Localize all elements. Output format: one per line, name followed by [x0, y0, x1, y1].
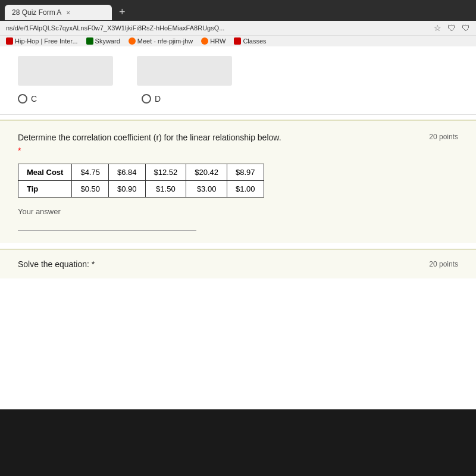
- option-c-image: [18, 56, 113, 86]
- table-cell-tip-100: $1.00: [227, 181, 264, 198]
- table-cell-meal-1252: $12.52: [145, 164, 186, 181]
- next-question-text: Solve the equation: *: [18, 259, 95, 269]
- table-row-meal-cost: Meal Cost $4.75 $6.84 $12.52 $20.42 $8.9…: [18, 164, 264, 181]
- tab-label: 28 Quiz Form A: [12, 8, 61, 17]
- meet-icon: [129, 37, 136, 45]
- table-cell-tip-label: Tip: [18, 181, 72, 198]
- bookmarks-bar: Hip-Hop | Free Inter... Skyward Meet - n…: [0, 35, 476, 46]
- table-cell-tip-050: $0.50: [72, 181, 109, 198]
- url-text[interactable]: ns/d/e/1FAlpQLSc7qyxALnsF0w7_X3W1ljkiFi8…: [6, 24, 429, 32]
- bookmark-skyward[interactable]: Skyward: [86, 37, 120, 45]
- star-icon[interactable]: ☆: [434, 23, 441, 33]
- address-bar: ns/d/e/1FAlpQLSc7qyxALnsF0w7_X3W1ljkiFi8…: [0, 21, 476, 35]
- next-points-label: 20 points: [429, 260, 458, 268]
- tab-bar: 28 Quiz Form A × +: [0, 0, 476, 21]
- option-d-label-row[interactable]: D: [142, 94, 161, 104]
- points-label: 20 points: [429, 133, 458, 141]
- hrw-icon: [201, 37, 208, 45]
- option-d-radio[interactable]: [142, 94, 151, 104]
- required-star: *: [18, 146, 458, 155]
- active-tab[interactable]: 28 Quiz Form A ×: [5, 5, 112, 20]
- option-d-label: D: [155, 94, 161, 104]
- option-c-box[interactable]: [18, 56, 113, 86]
- option-d-image: [137, 56, 232, 86]
- table-cell-meal-cost-label: Meal Cost: [18, 164, 72, 181]
- table-cell-meal-684: $6.84: [108, 164, 145, 181]
- bookmark-hiphop[interactable]: Hip-Hop | Free Inter...: [6, 37, 78, 45]
- table-cell-meal-475: $4.75: [72, 164, 109, 181]
- bookmark-classes[interactable]: Classes: [234, 37, 266, 45]
- browser-chrome: 28 Quiz Form A × + ns/d/e/1FAlpQLSc7qyxA…: [0, 0, 476, 46]
- table-cell-meal-897: $8.97: [227, 164, 264, 181]
- shield2-icon: 🛡: [462, 23, 470, 33]
- option-c-label-row[interactable]: C: [18, 94, 118, 104]
- table-row-tip: Tip $0.50 $0.90 $1.50 $3.00 $1.00: [18, 181, 264, 198]
- option-d-box[interactable]: [137, 56, 232, 86]
- table-cell-tip-090: $0.90: [108, 181, 145, 198]
- option-c-radio[interactable]: [18, 94, 27, 104]
- classes-icon: [234, 37, 241, 45]
- table-cell-tip-300: $3.00: [186, 181, 227, 198]
- address-icons: ☆ 🛡 🛡: [434, 23, 470, 33]
- tab-close-button[interactable]: ×: [66, 9, 70, 16]
- question-text: Determine the correlation coefficient (r…: [18, 133, 423, 142]
- next-question-section: Solve the equation: * 20 points: [0, 249, 476, 278]
- skyward-icon: [86, 37, 93, 45]
- option-c-label: C: [31, 94, 37, 104]
- question-header: Determine the correlation coefficient (r…: [18, 133, 458, 142]
- section-divider: [0, 114, 476, 115]
- bookmark-hrw[interactable]: HRW: [201, 37, 226, 45]
- option-labels-row: C D: [0, 92, 476, 109]
- answer-input-line[interactable]: [18, 230, 196, 231]
- new-tab-button[interactable]: +: [114, 4, 130, 21]
- next-question-header: Solve the equation: * 20 points: [18, 259, 458, 269]
- shield-icon: 🛡: [447, 23, 456, 33]
- table-cell-tip-150: $1.50: [145, 181, 186, 198]
- hiphop-icon: [6, 37, 13, 45]
- your-answer-label: Your answer: [18, 207, 458, 218]
- question-section: Determine the correlation coefficient (r…: [0, 120, 476, 243]
- bookmark-meet[interactable]: Meet - nfe-pjim-jhw: [129, 37, 193, 45]
- table-cell-meal-2042: $20.42: [186, 164, 227, 181]
- answer-options: [0, 46, 476, 92]
- meal-cost-table: Meal Cost $4.75 $6.84 $12.52 $20.42 $8.9…: [18, 164, 264, 198]
- content-area: C D Determine the correlation coefficien…: [0, 46, 476, 409]
